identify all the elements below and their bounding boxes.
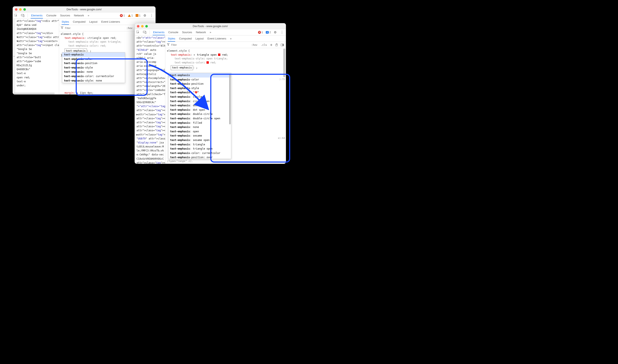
dom-node[interactable]: cQv">"attr">class="tag"></div> bbox=[137, 36, 165, 40]
autocomplete-popup[interactable]: text-emphasistext-emphasis-colortext-emp… bbox=[168, 73, 231, 159]
dom-node[interactable]: "UUbT9" attr">class="UUb bbox=[137, 137, 165, 141]
add-rule-icon[interactable] bbox=[269, 43, 273, 47]
dom-node[interactable]: attr">maxlength="20 bbox=[137, 84, 165, 88]
dom-tree-pane[interactable]: cQv">"attr">class="tag"></div>attr">clas… bbox=[135, 36, 165, 164]
dom-node[interactable]: attr">class="tag"><div attr">jsname= bbox=[17, 19, 59, 23]
kebab-icon[interactable]: ⋮ bbox=[279, 30, 285, 34]
autocomplete-item[interactable]: text-emphasis-position bbox=[62, 61, 125, 65]
copy-styles-icon[interactable] bbox=[275, 43, 279, 47]
autocomplete-item[interactable]: text-emphasis-color: currentcolor bbox=[62, 74, 125, 78]
dom-node[interactable]: attr">controls="Alh bbox=[137, 44, 165, 48]
hov-button[interactable]: :hov bbox=[125, 26, 133, 30]
dom-node[interactable]: attr">class="tag"></div> bbox=[137, 125, 165, 129]
hov-button[interactable]: :hov bbox=[250, 43, 258, 47]
warning-count[interactable]: 1 bbox=[128, 14, 133, 17]
color-swatch-red[interactable] bbox=[218, 53, 220, 56]
autocomplete-item[interactable]: text-emphasis: double-circle bbox=[168, 112, 231, 116]
dom-node[interactable]: attr">class="tag"></div> bbox=[137, 108, 165, 112]
autocomplete-item[interactable]: text-emphasis: dot bbox=[168, 103, 231, 108]
dom-node[interactable]: text-e bbox=[17, 80, 59, 84]
autocomplete-item[interactable]: text-emphasis-color: currentcolor bbox=[168, 151, 231, 156]
autocomplete-item[interactable]: text-emphasis-position: over bbox=[168, 155, 231, 159]
horizontal-scrollbar[interactable] bbox=[14, 93, 55, 94]
tab-network[interactable]: Network bbox=[74, 14, 84, 17]
dom-node[interactable]: attr">class="tag"><textarea cla bbox=[137, 40, 165, 44]
cls-button[interactable]: .cls bbox=[260, 43, 268, 47]
breadcrumb-bar[interactable]: ◀ 9FBc center input.gNO89b ▶ bbox=[135, 164, 286, 164]
dom-node[interactable]: ▼attr">class="tag"><center> bbox=[17, 39, 59, 43]
vertical-scrollbar[interactable] bbox=[283, 49, 285, 163]
dom-node[interactable]: y29d;" aria- bbox=[137, 56, 165, 60]
autocomplete-item[interactable]: text-emphasis: circle open bbox=[168, 99, 231, 104]
dom-node[interactable]: Q4dUDCBs" bbox=[17, 67, 59, 71]
styles-rules[interactable]: element.style { text-emphasis: triangle … bbox=[165, 48, 286, 164]
subtab-events[interactable]: Event Listeners bbox=[101, 20, 120, 23]
dom-node[interactable]: "Google Se bbox=[17, 47, 59, 51]
tab-elements[interactable]: Elements bbox=[31, 14, 43, 18]
dom-node[interactable]: attr">haspopup="fal bbox=[137, 68, 165, 72]
dom-node[interactable]: tzDCd;mouseleave:M bbox=[137, 145, 165, 149]
tab-console[interactable]: Console bbox=[168, 31, 179, 34]
filter-input[interactable] bbox=[171, 43, 249, 46]
panel-right-icon[interactable] bbox=[280, 43, 284, 47]
dom-node[interactable]: aria-expanded bbox=[137, 64, 165, 68]
error-count[interactable]: ✕1 bbox=[120, 14, 125, 17]
dom-node[interactable]: attr">class="tag"><input cla bbox=[17, 43, 59, 47]
autocomplete-item[interactable]: text-emphasis: dot open bbox=[168, 108, 231, 112]
vertical-scrollbar[interactable] bbox=[229, 74, 231, 158]
dom-node[interactable]: "0ahUKEwiggfe bbox=[137, 96, 165, 100]
autocomplete-item[interactable]: text-emphasis: triangle open bbox=[168, 147, 231, 151]
gear-icon[interactable]: ⚙ bbox=[274, 30, 276, 34]
dom-node[interactable]: KEwjS1ZLIg bbox=[17, 64, 59, 67]
autocomplete-item[interactable]: text-emphasis-color bbox=[62, 57, 125, 61]
dom-node[interactable]: attr">role="combobo bbox=[137, 88, 165, 92]
gear-icon[interactable]: ⚙ bbox=[143, 14, 146, 17]
info-count[interactable]: !1 bbox=[136, 14, 140, 17]
subtab-events[interactable]: Event Listeners bbox=[207, 37, 226, 40]
dom-node[interactable]: attr">role="butt bbox=[17, 55, 59, 59]
tabs-overflow[interactable]: » bbox=[209, 31, 212, 34]
kebab-icon[interactable]: ⋮ bbox=[149, 13, 154, 17]
dom-node[interactable]: rch" value js bbox=[137, 52, 165, 56]
css-property-edit-input[interactable]: text-emphasis bbox=[171, 65, 193, 70]
dom-node[interactable]: under; bbox=[17, 84, 59, 88]
dom-node[interactable]: attr">class="tag"></div> bbox=[137, 129, 165, 132]
dom-node[interactable]: autocapitaliz bbox=[137, 72, 165, 76]
autocomplete-popup[interactable]: text-emphasistext-emphasis-colortext-emp… bbox=[62, 52, 125, 83]
dom-node[interactable]: attr">autocorrect=" bbox=[137, 80, 165, 84]
tab-network[interactable]: Network bbox=[195, 31, 206, 34]
autocomplete-item[interactable]: text-emphasis: double-circle open bbox=[168, 116, 231, 121]
subtab-layout[interactable]: Layout bbox=[89, 20, 97, 23]
dom-tree-pane[interactable]: ⋯ attr">class="tag"><div attr">jsname=8p… bbox=[13, 19, 59, 94]
dom-node[interactable]: CIAxUzV0EAHU0VOGcC bbox=[137, 157, 165, 161]
autocomplete-item[interactable]: text-emphasis: none bbox=[62, 70, 125, 74]
subtab-styles[interactable]: Styles bbox=[62, 20, 69, 25]
dom-node[interactable]: ▶attr">class="tag"><div attr">class="fM bbox=[137, 113, 165, 117]
tab-console[interactable]: Console bbox=[46, 14, 57, 17]
autocomplete-item[interactable]: text-emphasis-style bbox=[168, 86, 231, 91]
error-count[interactable]: ✕1 bbox=[258, 31, 263, 34]
filter-input[interactable] bbox=[65, 27, 124, 30]
inspect-icon[interactable] bbox=[136, 30, 140, 34]
subtab-layout[interactable]: Layout bbox=[195, 37, 204, 40]
inspect-icon[interactable] bbox=[14, 14, 18, 17]
tab-elements[interactable]: Elements bbox=[153, 31, 165, 35]
dom-node[interactable]: 8pb" data-ved bbox=[17, 23, 59, 27]
dom-node[interactable]: IAxUqWUEAHQU4 bbox=[17, 27, 59, 31]
dom-node[interactable]: e:CmV0gc" data-vec bbox=[137, 153, 165, 157]
device-toolbar-icon[interactable] bbox=[21, 14, 25, 17]
autocomplete-item[interactable]: text-emphasis bbox=[168, 73, 231, 78]
tab-sources[interactable]: Sources bbox=[60, 14, 71, 17]
autocomplete-item[interactable]: text-emphasis: circle bbox=[168, 95, 231, 99]
autocomplete-item[interactable]: text-emphasis: sesame bbox=[168, 134, 231, 138]
tabs-overflow[interactable]: » bbox=[87, 14, 90, 17]
dom-node[interactable]: attr">class="tag"></div> flex bbox=[137, 117, 165, 121]
dom-node[interactable]: ▶attr">class="tag"><div attr">jscontroll… bbox=[137, 133, 165, 137]
autocomplete-item[interactable]: text-emphasis-style: none bbox=[62, 78, 125, 83]
dom-node[interactable]: attr">class="tag"></div> bbox=[137, 161, 165, 164]
dom-node[interactable]: attr">autocomplete= bbox=[137, 76, 165, 80]
autocomplete-item[interactable]: text-emphasis: "❤️" bbox=[168, 90, 231, 95]
autocomplete-item[interactable]: text-emphasis-color bbox=[168, 78, 231, 82]
dom-node[interactable]: aria-autocomp bbox=[137, 60, 165, 64]
autocomplete-item[interactable]: text-emphasis-style bbox=[62, 65, 125, 70]
